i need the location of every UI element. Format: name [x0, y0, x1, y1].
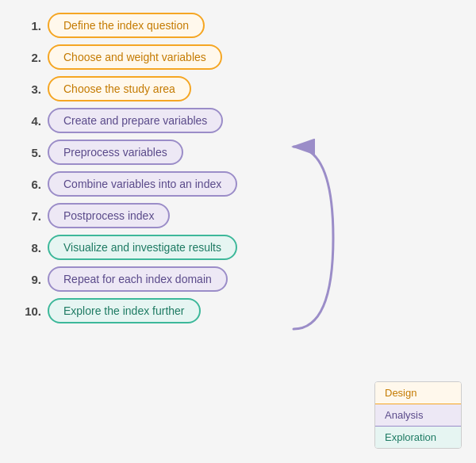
step-box-2: Choose and weight variables — [48, 44, 222, 70]
step-box-5: Preprocess variables — [48, 140, 183, 165]
legend-design-label: Design — [385, 387, 416, 399]
step-number-5: 5. — [16, 146, 41, 159]
legend-design: Design — [375, 382, 461, 404]
step-row-3: 3.Choose the study area — [16, 76, 460, 101]
step-number-4: 4. — [16, 114, 41, 128]
step-row-6: 6.Combine variables into an index — [16, 171, 460, 197]
step-number-1: 1. — [16, 19, 41, 33]
step-box-4: Create and prepare variables — [48, 108, 223, 133]
legend-exploration: Exploration — [375, 427, 461, 448]
step-row-8: 8.Visualize and investigate results — [16, 235, 460, 260]
main-content: 1.Define the index question2.Choose and … — [0, 0, 476, 342]
step-box-10: Explore the index further — [48, 298, 201, 323]
step-row-9: 9.Repeat for each index domain — [16, 266, 460, 292]
step-box-3: Choose the study area — [48, 76, 191, 101]
step-number-8: 8. — [16, 241, 41, 254]
step-number-9: 9. — [16, 273, 41, 286]
step-row-1: 1.Define the index question — [16, 13, 460, 38]
legend-analysis-label: Analysis — [385, 409, 423, 421]
legend-analysis: Analysis — [375, 404, 461, 427]
step-box-1: Define the index question — [48, 13, 205, 38]
step-box-7: Postprocess index — [48, 203, 170, 228]
step-number-10: 10. — [16, 304, 41, 318]
step-row-2: 2.Choose and weight variables — [16, 44, 460, 70]
step-box-8: Visualize and investigate results — [48, 235, 237, 260]
step-number-7: 7. — [16, 209, 41, 223]
step-row-4: 4.Create and prepare variables — [16, 108, 460, 133]
step-box-9: Repeat for each index domain — [48, 266, 228, 292]
legend: Design Analysis Exploration — [374, 381, 462, 449]
step-row-10: 10.Explore the index further — [16, 298, 460, 323]
step-number-6: 6. — [16, 178, 41, 191]
legend-exploration-label: Exploration — [385, 431, 436, 443]
step-row-5: 5.Preprocess variables — [16, 140, 460, 165]
step-box-6: Combine variables into an index — [48, 171, 237, 197]
step-number-2: 2. — [16, 51, 41, 64]
step-number-3: 3. — [16, 82, 41, 96]
step-row-7: 7.Postprocess index — [16, 203, 460, 228]
